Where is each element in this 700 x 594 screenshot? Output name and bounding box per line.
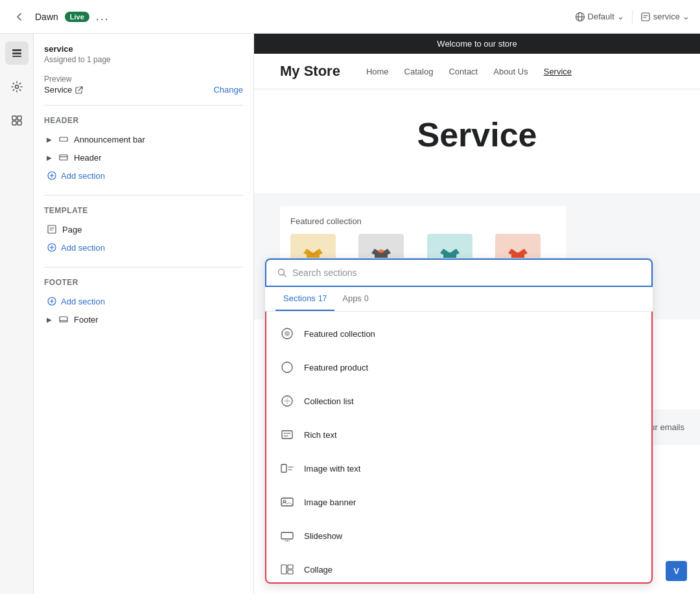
collection-list-label: Collection list <box>304 396 354 406</box>
search-sections-input[interactable] <box>292 268 641 278</box>
image-banner-label: Image banner <box>304 497 356 507</box>
svg-rect-11 <box>60 137 67 141</box>
sidebar: service Assigned to 1 page Preview Servi… <box>34 34 254 594</box>
section-image-with-text[interactable]: Image with text <box>266 451 651 485</box>
more-options-button[interactable]: ... <box>96 10 110 23</box>
theme-selector[interactable]: Default ⌄ <box>575 12 624 22</box>
featured-collection-icon <box>277 323 298 344</box>
nav-service[interactable]: Service <box>544 67 572 76</box>
default-label: Default <box>588 12 614 21</box>
tab-sections[interactable]: Sections 17 <box>275 287 334 311</box>
store-nav: My Store Home Catalog Contact About Us S… <box>254 54 700 89</box>
page-icon <box>47 224 57 234</box>
featured-product-label: Featured product <box>304 363 368 372</box>
section-slideshow[interactable]: Slideshow <box>266 519 651 553</box>
service-assigned: Assigned to 1 page <box>44 55 243 64</box>
welcome-bar: Welcome to our store <box>254 34 700 54</box>
preview-area: Welcome to our store My Store Home Catal… <box>254 34 700 594</box>
svg-rect-8 <box>18 116 21 120</box>
announcement-bar-item[interactable]: ▶ Announcement bar <box>44 130 243 148</box>
nav-home[interactable]: Home <box>366 67 389 76</box>
sections-tab-label: Sections <box>283 293 316 303</box>
nav-contact[interactable]: Contact <box>449 67 478 76</box>
nav-icon-settings[interactable] <box>5 75 29 98</box>
add-section-icon-3 <box>47 296 57 306</box>
store-title: My Store <box>280 63 340 80</box>
search-icon <box>277 268 287 278</box>
image-with-text-label: Image with text <box>304 464 360 474</box>
back-button[interactable] <box>10 8 29 26</box>
announcement-bar-label: Announcement bar <box>74 135 145 144</box>
svg-rect-12 <box>60 155 67 160</box>
announcement-bar-icon <box>58 134 69 144</box>
tab-apps[interactable]: Apps 0 <box>334 287 376 311</box>
venmo-button[interactable]: V <box>666 561 687 581</box>
svg-rect-33 <box>288 565 293 569</box>
service-selector[interactable]: service ⌄ <box>640 12 690 22</box>
change-button[interactable]: Change <box>213 85 243 95</box>
section-rich-text[interactable]: Rich text <box>266 418 651 451</box>
image-banner-icon <box>277 492 298 512</box>
topbar: Dawn Live ... Default ⌄ service ⌄ <box>0 0 700 34</box>
nav-icon-sections[interactable] <box>5 41 29 65</box>
svg-rect-2 <box>642 13 649 21</box>
footer-item[interactable]: ▶ Footer <box>44 310 243 328</box>
header-group-label: Header <box>44 116 243 125</box>
section-featured-collection[interactable]: Featured collection <box>266 317 651 350</box>
svg-rect-32 <box>281 565 286 574</box>
sidebar-content: service Assigned to 1 page Preview Servi… <box>34 34 253 594</box>
main-content: service Assigned to 1 page Preview Servi… <box>0 34 700 594</box>
svg-point-22 <box>282 362 292 372</box>
header-add-section-button[interactable]: Add section <box>44 166 243 185</box>
search-tabs: Sections 17 Apps 0 <box>265 287 653 312</box>
svg-rect-5 <box>12 56 21 57</box>
featured-collection-label: Featured collection <box>304 329 375 339</box>
section-featured-product[interactable]: Featured product <box>266 350 651 384</box>
divider-2 <box>44 195 243 196</box>
expand-icon: ▶ <box>47 154 52 161</box>
store-nav-links: Home Catalog Contact About Us Service <box>366 67 572 76</box>
header-label: Header <box>74 153 102 163</box>
nav-catalog[interactable]: Catalog <box>404 67 434 76</box>
footer-label: Footer <box>74 315 99 325</box>
nav-icon-blocks[interactable] <box>5 109 29 132</box>
add-section-icon <box>47 170 57 181</box>
svg-rect-4 <box>12 52 21 54</box>
sections-count: 17 <box>318 294 327 303</box>
service-chevron-icon: ⌄ <box>682 12 690 21</box>
page-title: Service <box>254 115 700 154</box>
preview-section: Preview Service Change <box>44 74 243 95</box>
template-add-section-label: Add section <box>61 243 105 253</box>
template-add-section-button[interactable]: Add section <box>44 238 243 257</box>
featured-label: Featured collection <box>290 216 556 226</box>
header-group: Header ▶ Announcement bar ▶ Header Add s… <box>44 116 243 185</box>
apps-count: 0 <box>364 294 369 303</box>
page-item[interactable]: Page <box>44 220 243 238</box>
service-name: service <box>44 44 243 54</box>
footer-add-section-button[interactable]: Add section <box>44 292 243 310</box>
svg-rect-34 <box>288 570 293 574</box>
rich-text-icon <box>277 424 298 445</box>
svg-rect-14 <box>48 225 56 233</box>
slideshow-label: Slideshow <box>304 531 342 541</box>
preview-row: Service Change <box>44 85 243 95</box>
header-item[interactable]: ▶ Header <box>44 148 243 166</box>
slideshow-icon <box>277 525 298 546</box>
svg-point-29 <box>286 540 288 542</box>
footer-icon <box>58 314 69 325</box>
section-collage[interactable]: Collage <box>266 553 651 584</box>
divider <box>632 10 633 23</box>
page-label: Page <box>62 225 82 234</box>
svg-point-6 <box>15 86 18 89</box>
svg-rect-7 <box>12 116 16 120</box>
sidebar-icons <box>0 34 34 594</box>
add-section-icon-2 <box>47 242 57 253</box>
collage-icon <box>277 559 298 580</box>
topbar-left: Dawn Live ... <box>10 8 110 26</box>
section-image-banner[interactable]: Image banner <box>266 485 651 519</box>
footer-group-label: Footer <box>44 278 243 287</box>
section-collection-list[interactable]: Collection list <box>266 384 651 418</box>
collage-label: Collage <box>304 565 332 575</box>
footer-group: Footer Add section ▶ Footer <box>44 278 243 328</box>
nav-about[interactable]: About Us <box>493 67 528 76</box>
